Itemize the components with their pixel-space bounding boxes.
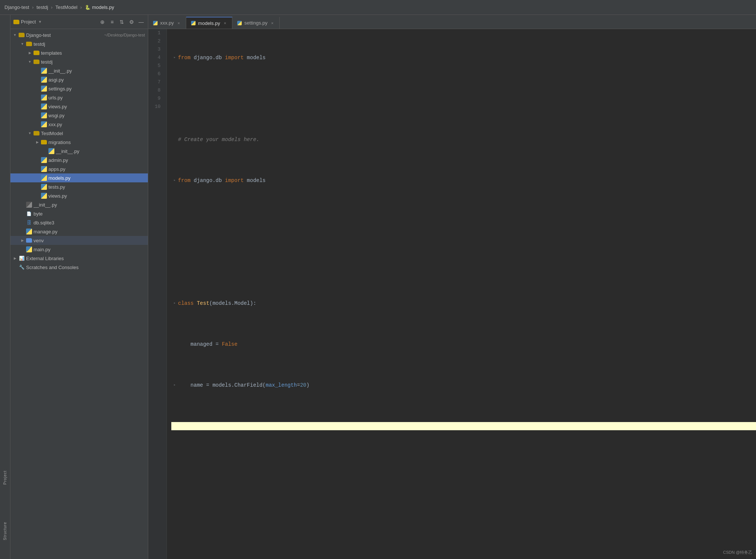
line-num-8: 8 xyxy=(148,86,163,95)
tree-item-admin-py[interactable]: admin.py xyxy=(10,156,148,164)
tests-py-label: tests.py xyxy=(48,184,145,190)
tab-models-py[interactable]: models.py × xyxy=(186,17,232,29)
tab-label-settings: settings.py xyxy=(244,20,267,26)
scratches-label: Scratches and Consoles xyxy=(26,265,145,270)
code-editor[interactable]: 1 2 3 4 5 6 7 8 9 10 ▸ from django.db im… xyxy=(148,29,756,559)
sidebar-strip: Project Structure xyxy=(0,15,10,559)
tree-item-scratches[interactable]: 🔧 Scratches and Consoles xyxy=(10,263,148,272)
tree-item-tests-py[interactable]: tests.py xyxy=(10,182,148,191)
tree-item-testdj-inner[interactable]: ▼ testdj xyxy=(10,57,148,66)
chevron-django-test: ▼ xyxy=(12,32,18,38)
tab-close-models[interactable]: × xyxy=(222,20,228,26)
panel-toolbar: Project ▼ ⊕ ≡ ⇅ ⚙ — xyxy=(10,15,148,29)
py-icon-asgi xyxy=(40,77,48,83)
tab-label-xxx: xxx.py xyxy=(160,20,174,26)
code-line-6 xyxy=(171,258,756,266)
tree-item-venv[interactable]: ▶ venv xyxy=(10,236,148,245)
toolbar-icon-settings[interactable]: ⚙ xyxy=(128,18,135,26)
code-line-9: ▸ name = models.CharField( max_length = … xyxy=(171,381,756,389)
py-icon-models xyxy=(40,175,48,181)
panel-title-group: Project ▼ xyxy=(13,19,42,25)
tree-item-xxx-py[interactable]: xxx.py xyxy=(10,120,148,129)
tab-close-settings[interactable]: × xyxy=(270,20,275,26)
toolbar-icon-hide[interactable]: — xyxy=(137,18,145,26)
line-num-4: 4 xyxy=(148,54,163,62)
file-icon-db: 🗄 xyxy=(25,220,33,226)
tree-item-migrations[interactable]: ▶ migrations xyxy=(10,138,148,147)
tree-item-init-py-1[interactable]: __init__.py xyxy=(10,66,148,75)
fold-marker-2 xyxy=(171,95,178,103)
tree-item-templates[interactable]: ▶ templates xyxy=(10,48,148,57)
folder-icon-testdj-inner xyxy=(33,59,40,65)
migrations-label: migrations xyxy=(48,140,145,145)
py-icon-init-2 xyxy=(48,148,55,154)
tab-settings-py[interactable]: settings.py × xyxy=(232,17,280,29)
tree-item-models-py[interactable]: models.py xyxy=(10,173,148,182)
title-bar: Django-test › testdj › TestModel › 🐍 mod… xyxy=(0,0,756,15)
tree-item-wsgi-py[interactable]: wsgi.py xyxy=(10,111,148,120)
kw-param-max-length: max_length xyxy=(266,381,297,389)
fold-marker-4[interactable]: ▸ xyxy=(171,176,178,185)
apps-py-label: apps.py xyxy=(48,166,145,172)
code-content[interactable]: ▸ from django.db import models # Create … xyxy=(167,29,756,559)
structure-sidebar-label: Structure xyxy=(3,522,7,540)
line-num-2: 2 xyxy=(148,37,163,45)
line-num-10: 10 xyxy=(148,103,163,111)
tree-item-apps-py[interactable]: apps.py xyxy=(10,164,148,173)
tree-item-views-py-1[interactable]: views.py xyxy=(10,102,148,111)
code-line-3: # Create your models here. xyxy=(171,135,756,144)
py-icon-apps xyxy=(40,166,48,172)
tree-item-views-py-2[interactable]: views.py xyxy=(10,191,148,200)
py-icon-root-init xyxy=(25,202,33,208)
byte-label: byte xyxy=(34,211,145,217)
tree-item-settings-py[interactable]: settings.py xyxy=(10,84,148,93)
tree-item-urls-py[interactable]: urls.py xyxy=(10,93,148,102)
fold-marker-7[interactable]: ▸ xyxy=(171,299,178,307)
toolbar-icon-expand[interactable]: ⇅ xyxy=(118,18,126,26)
kw-from-1: from xyxy=(178,54,191,62)
tree-item-testdj[interactable]: ▼ testdj xyxy=(10,39,148,48)
venv-label: venv xyxy=(34,238,145,243)
tab-xxx-py[interactable]: xxx.py × xyxy=(148,17,186,29)
tree-item-manage-py[interactable]: manage.py xyxy=(10,227,148,236)
tab-icon-xxx xyxy=(153,20,158,26)
chevron-testdj: ▼ xyxy=(19,41,25,47)
testdj-inner-label: testdj xyxy=(41,59,145,65)
main-layout: Project Structure Project ▼ ⊕ ≡ ⇅ ⚙ — xyxy=(0,15,756,559)
tree-item-db-sqlite3[interactable]: 🗄 db.sqlite3 xyxy=(10,218,148,227)
tree-item-init-py-2[interactable]: __init__.py xyxy=(10,147,148,156)
tree-item-external-libs[interactable]: ▶ 📊 External Libraries xyxy=(10,254,148,263)
code-line-1: ▸ from django.db import models xyxy=(171,54,756,62)
tree-item-django-test[interactable]: ▼ Django-test ~/Desktop/Django-test xyxy=(10,31,148,39)
project-panel: Project ▼ ⊕ ≡ ⇅ ⚙ — ▼ Django-test ~/Desk… xyxy=(10,15,148,559)
class-name-test: Test xyxy=(197,299,209,307)
kw-number-20: 20 xyxy=(300,381,306,389)
watermark: CSDN @特务乙 xyxy=(723,550,752,555)
toolbar-icon-collapse-all[interactable]: ≡ xyxy=(108,18,116,26)
breadcrumb: Django-test › testdj › TestModel › 🐍 mod… xyxy=(4,4,114,10)
views-py-2-label: views.py xyxy=(48,193,145,199)
external-libs-label: External Libraries xyxy=(26,256,145,261)
folder-icon xyxy=(13,20,19,24)
kw-import-2: import xyxy=(225,176,244,185)
fold-marker-1[interactable]: ▸ xyxy=(171,54,178,62)
py-icon-views-2 xyxy=(40,193,48,199)
fold-marker-9[interactable]: ▸ xyxy=(171,381,178,389)
tree-item-testmodel[interactable]: ▼ TestModel xyxy=(10,129,148,138)
chevron-testmodel: ▼ xyxy=(27,130,33,136)
line-num-9: 9 xyxy=(148,95,163,103)
kw-false: False xyxy=(222,340,238,348)
tree-item-main-py[interactable]: main.py xyxy=(10,245,148,254)
tree-item-asgi-py[interactable]: asgi.py xyxy=(10,75,148,84)
tab-icon-models xyxy=(191,20,196,26)
testdj-label: testdj xyxy=(34,41,145,47)
panel-dropdown-chevron[interactable]: ▼ xyxy=(38,20,42,24)
py-icon-tests xyxy=(40,184,48,190)
tab-close-xxx[interactable]: × xyxy=(176,20,181,26)
settings-py-label: settings.py xyxy=(48,86,145,92)
tree-item-byte[interactable]: 📄 byte xyxy=(10,209,148,218)
toolbar-icon-locate[interactable]: ⊕ xyxy=(99,18,106,26)
breadcrumb-part-3: TestModel xyxy=(55,4,77,10)
tree-item-root-init-py[interactable]: __init__.py xyxy=(10,200,148,209)
tab-icon-settings xyxy=(237,20,242,26)
